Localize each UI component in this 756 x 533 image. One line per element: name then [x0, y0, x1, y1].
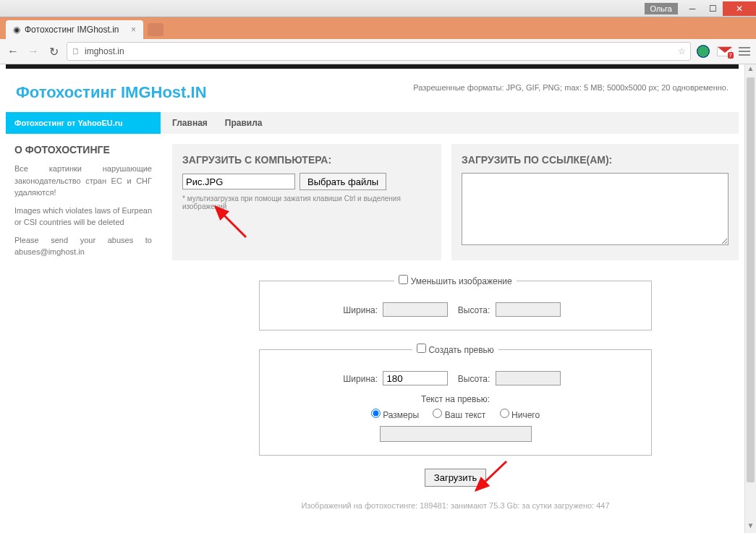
upload-from-pc-box: ЗАГРУЗИТЬ С КОМПЬЮТЕРА: Выбрать файлы * … — [172, 144, 441, 260]
scroll-down-icon[interactable]: ▼ — [745, 521, 756, 533]
upload-pc-title: ЗАГРУЗИТЬ С КОМПЬЮТЕРА: — [182, 154, 431, 166]
sidebar-header: Фотохостинг от YahooEU.ru — [6, 112, 161, 134]
resize-width-input[interactable] — [383, 302, 448, 317]
tab-close-icon[interactable]: × — [131, 25, 136, 35]
sidebar-p2: Images which violates laws of Eurpean or… — [14, 205, 152, 229]
resize-height-input[interactable] — [496, 302, 561, 317]
preview-checkbox[interactable] — [417, 344, 426, 353]
preview-width-input[interactable] — [383, 371, 448, 385]
sidebar: О ФОТОХОСТИНГЕ Все картинки нарушающие з… — [6, 134, 161, 516]
window-close-button[interactable]: ✕ — [723, 1, 756, 16]
browser-tab[interactable]: ◉ Фотохостинг IMGhost.in × — [6, 20, 143, 39]
preview-radio-dims[interactable] — [371, 409, 381, 418]
gmail-icon[interactable]: 7 — [717, 46, 731, 56]
menu-icon[interactable] — [739, 47, 750, 56]
preview-radio-custom[interactable] — [433, 409, 442, 418]
preview-radio-none[interactable] — [500, 409, 509, 418]
resize-checkbox[interactable] — [399, 275, 408, 284]
file-name-input[interactable] — [182, 174, 295, 189]
forward-button[interactable]: → — [26, 44, 41, 59]
camera-icon: ◉ — [13, 25, 20, 35]
preview-legend: Создать превью — [428, 345, 493, 355]
resize-legend: Уменьшить изображение — [411, 276, 512, 286]
window-maximize-button[interactable]: ☐ — [702, 1, 723, 16]
preview-height-input[interactable] — [496, 371, 561, 385]
back-button[interactable]: ← — [6, 44, 20, 59]
page-icon: 🗋 — [72, 46, 80, 56]
new-tab-button[interactable] — [148, 23, 163, 36]
resize-width-label: Ширина: — [343, 305, 378, 315]
address-bar[interactable]: 🗋 imghost.in ☆ — [67, 42, 691, 61]
preview-text-label: Текст на превью: — [274, 394, 637, 404]
scroll-thumb[interactable] — [747, 77, 755, 482]
allowed-formats-text: Разрешенные форматы: JPG, GIF, PNG; max:… — [413, 83, 729, 92]
preview-text-input[interactable] — [380, 426, 532, 442]
upload-by-url-box: ЗАГРУЗИТЬ ПО ССЫЛКЕ(АМ): — [451, 144, 739, 260]
sidebar-title: О ФОТОХОСТИНГЕ — [14, 144, 152, 155]
resize-fieldset: Уменьшить изображение Ширина: Высота: — [259, 275, 652, 331]
footer-stats: Изображений на фотохостинге: 189481: зан… — [172, 495, 739, 516]
reload-button[interactable]: ↻ — [46, 44, 61, 59]
multi-upload-hint: * мультизагрузка при помощи зажатия клав… — [182, 195, 431, 210]
url-text: imghost.in — [85, 46, 124, 56]
site-title[interactable]: Фотохостинг IMGHost.IN — [16, 83, 207, 102]
nav-home-link[interactable]: Главная — [172, 118, 208, 128]
browser-tab-strip: ◉ Фотохостинг IMGhost.in × — [0, 17, 756, 39]
sidebar-p1: Все картинки нарушающие законодательство… — [14, 163, 152, 199]
page-viewport: Фотохостинг IMGHost.IN Разрешенные форма… — [0, 64, 744, 533]
bookmark-star-icon[interactable]: ☆ — [678, 46, 686, 56]
upload-submit-button[interactable]: Загрузить — [425, 469, 486, 487]
window-user-badge[interactable]: Ольга — [645, 3, 678, 14]
preview-height-label: Высота: — [458, 374, 490, 384]
url-textarea[interactable] — [462, 173, 729, 245]
window-minimize-button[interactable]: ─ — [682, 1, 702, 16]
preview-fieldset: Создать превью Ширина: Высота: Текст на … — [259, 344, 652, 456]
browser-toolbar: ← → ↻ 🗋 imghost.in ☆ 7 — [0, 39, 756, 64]
vertical-scrollbar[interactable]: ▲ ▼ — [744, 64, 756, 533]
gmail-badge: 7 — [728, 52, 734, 59]
choose-files-button[interactable]: Выбрать файлы — [300, 173, 386, 190]
scroll-up-icon[interactable]: ▲ — [745, 64, 756, 76]
top-nav: Главная Правила — [161, 112, 739, 134]
content-area: ЗАГРУЗИТЬ С КОМПЬЮТЕРА: Выбрать файлы * … — [161, 134, 739, 516]
tab-title: Фотохостинг IMGhost.in — [25, 25, 119, 35]
preview-width-label: Ширина: — [343, 374, 378, 384]
upload-url-title: ЗАГРУЗИТЬ ПО ССЫЛКЕ(АМ): — [462, 154, 729, 166]
resize-height-label: Высота: — [458, 305, 490, 315]
nav-rules-link[interactable]: Правила — [225, 118, 263, 128]
window-titlebar: Ольга ─ ☐ ✕ — [0, 0, 756, 17]
sidebar-p3: Please send your abuses to abuses@imghos… — [14, 234, 152, 258]
globe-icon[interactable] — [697, 45, 710, 58]
